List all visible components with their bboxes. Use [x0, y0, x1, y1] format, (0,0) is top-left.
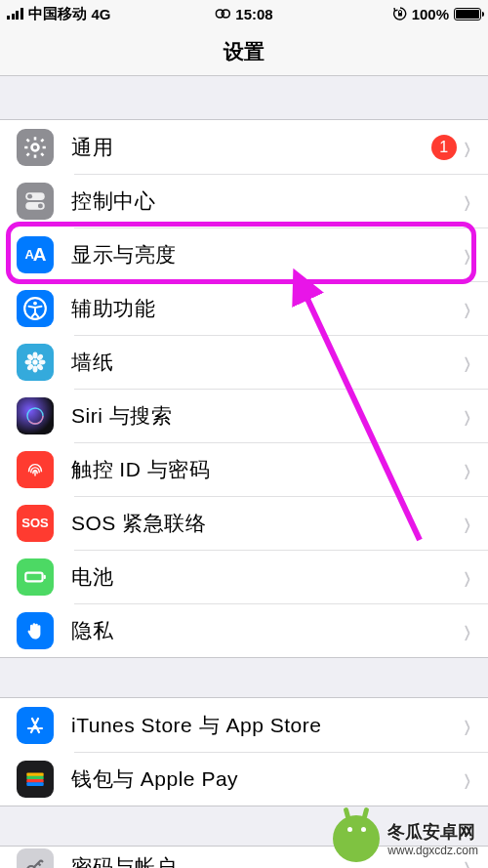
- row-control-center[interactable]: 控制中心 ›: [0, 174, 488, 227]
- row-label: 控制中心: [71, 187, 457, 215]
- row-general[interactable]: 通用 1 ›: [0, 120, 488, 174]
- signal-icon: [7, 8, 23, 20]
- key-icon: [17, 848, 54, 868]
- row-touchid[interactable]: 触控 ID 与密码 ›: [0, 442, 488, 496]
- group-spacer: [0, 658, 488, 697]
- status-bar: 中国移动 4G 15:08 100%: [0, 0, 488, 27]
- watermark-logo-icon: [333, 815, 380, 862]
- chevron-right-icon: ›: [464, 558, 470, 596]
- row-privacy[interactable]: 隐私 ›: [0, 603, 488, 657]
- wallet-icon: [17, 761, 54, 798]
- chevron-right-icon: ›: [464, 128, 470, 166]
- chevron-right-icon: ›: [464, 396, 470, 434]
- svg-rect-26: [26, 782, 43, 786]
- appstore-icon: [17, 707, 54, 744]
- row-label: iTunes Store 与 App Store: [71, 712, 457, 739]
- battery-icon: [454, 8, 481, 21]
- row-display-brightness[interactable]: AA 显示与亮度 ›: [0, 227, 488, 281]
- chevron-right-icon: ›: [464, 235, 470, 273]
- svg-rect-23: [26, 772, 43, 776]
- svg-rect-22: [44, 574, 46, 578]
- chevron-right-icon: ›: [464, 504, 470, 542]
- row-label: SOS 紧急联络: [71, 510, 457, 537]
- row-label: 触控 ID 与密码: [71, 456, 457, 483]
- svg-point-3: [32, 144, 39, 150]
- watermark-name: 冬瓜安卓网: [387, 820, 475, 844]
- row-label: 辅助功能: [71, 295, 457, 322]
- hand-icon: [17, 612, 54, 649]
- sos-icon: SOS: [17, 505, 54, 542]
- carrier-text: 中国移动: [28, 5, 87, 23]
- watermark: 冬瓜安卓网 www.dgxcdz.com: [333, 815, 478, 862]
- svg-point-7: [38, 203, 43, 208]
- watermark-url: www.dgxcdz.com: [387, 844, 478, 857]
- chevron-right-icon: ›: [464, 182, 470, 220]
- chevron-right-icon: ›: [464, 760, 470, 798]
- accessibility-icon: [17, 290, 54, 327]
- group-spacer: [0, 76, 488, 119]
- page-title: 设置: [224, 38, 264, 65]
- svg-point-11: [33, 351, 38, 358]
- row-label: Siri 与搜索: [71, 402, 457, 430]
- row-label: 钱包与 Apple Pay: [71, 765, 457, 793]
- svg-rect-2: [398, 13, 402, 17]
- row-label: 电池: [71, 563, 457, 591]
- row-siri[interactable]: Siri 与搜索 ›: [0, 389, 488, 442]
- siri-icon: [17, 397, 54, 434]
- svg-rect-24: [26, 775, 43, 779]
- svg-point-13: [24, 359, 31, 364]
- chevron-right-icon: ›: [464, 706, 470, 744]
- row-battery[interactable]: 电池 ›: [0, 550, 488, 603]
- fingerprint-icon: [17, 451, 54, 488]
- chevron-right-icon: ›: [464, 611, 470, 649]
- row-label: 通用: [71, 134, 431, 161]
- flower-icon: [17, 344, 54, 381]
- settings-list[interactable]: 通用 1 › 控制中心 › AA 显示与亮度 › 辅助功能: [0, 76, 488, 868]
- svg-point-1: [222, 10, 229, 18]
- row-accessibility[interactable]: 辅助功能 ›: [0, 281, 488, 335]
- chevron-right-icon: ›: [464, 289, 470, 327]
- network-text: 4G: [92, 6, 111, 22]
- row-sos[interactable]: SOS SOS 紧急联络 ›: [0, 496, 488, 550]
- settings-group-2: iTunes Store 与 App Store › 钱包与 Apple Pay…: [0, 697, 488, 806]
- row-label: 墙纸: [71, 349, 457, 376]
- gear-icon: [17, 129, 54, 166]
- orientation-lock-icon: [393, 7, 407, 21]
- clock-text: 15:08: [235, 6, 272, 22]
- svg-rect-25: [26, 779, 43, 783]
- row-wallet-applepay[interactable]: 钱包与 Apple Pay ›: [0, 752, 488, 806]
- row-label: 隐私: [71, 617, 457, 644]
- screen: 中国移动 4G 15:08 100% 设置 通用 1 ›: [0, 0, 488, 868]
- hotspot-icon: [215, 7, 230, 21]
- svg-point-5: [27, 193, 32, 198]
- row-itunes-appstore[interactable]: iTunes Store 与 App Store ›: [0, 698, 488, 752]
- battery-icon: [17, 558, 54, 596]
- svg-point-9: [33, 301, 37, 305]
- aa-icon: AA: [17, 236, 54, 273]
- svg-point-14: [39, 359, 46, 364]
- settings-group-1: 通用 1 › 控制中心 › AA 显示与亮度 › 辅助功能: [0, 119, 488, 658]
- svg-point-10: [32, 359, 37, 364]
- svg-rect-21: [25, 572, 42, 581]
- row-label: 显示与亮度: [71, 241, 457, 269]
- badge: 1: [431, 135, 457, 160]
- toggles-icon: [17, 183, 54, 220]
- battery-pct-text: 100%: [412, 6, 449, 22]
- nav-bar: 设置: [0, 27, 488, 76]
- svg-point-12: [33, 365, 38, 372]
- row-wallpaper[interactable]: 墙纸 ›: [0, 335, 488, 389]
- chevron-right-icon: ›: [464, 450, 470, 488]
- chevron-right-icon: ›: [464, 343, 470, 381]
